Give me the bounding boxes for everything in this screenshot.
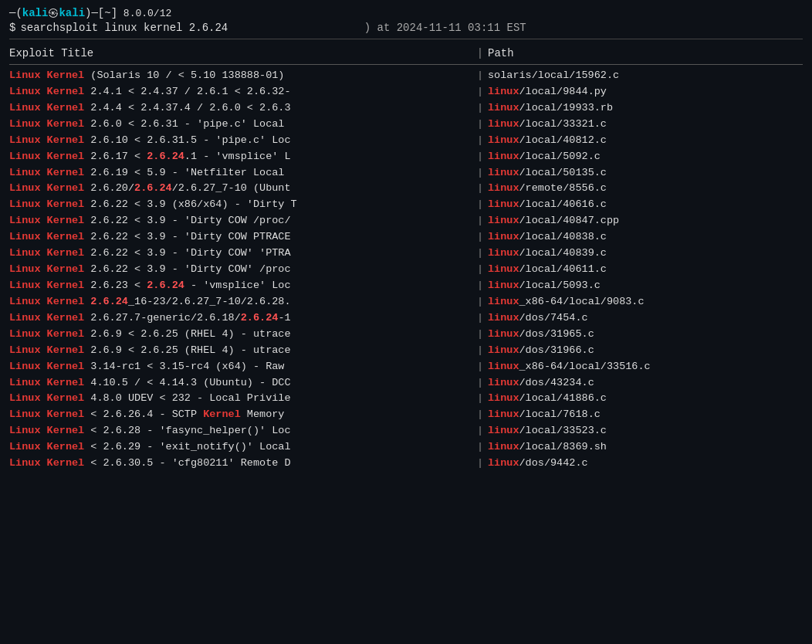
bracket-open: ─(: [9, 7, 22, 19]
row-sep: |: [472, 327, 488, 343]
prompt-host: kali: [59, 7, 85, 19]
exploit-title: Linux Kernel 2.6.22 < 3.9 - 'Dirty COW' …: [9, 246, 472, 262]
row-sep: |: [472, 439, 488, 456]
exploit-title: Linux Kernel 2.6.22 < 3.9 - 'Dirty COW P…: [9, 229, 472, 246]
exploit-title: Linux Kernel 2.6.20/2.6.24/2.6.27_7-10 (…: [9, 181, 472, 197]
exploit-title: Linux Kernel (Solaris 10 / < 5.10 138888…: [9, 68, 472, 84]
exploit-path: linux/dos/31966.c: [488, 343, 803, 359]
exploit-title: Linux Kernel 2.6.22 < 3.9 - 'Dirty COW /…: [9, 213, 472, 229]
table-row: Linux Kernel < 2.6.26.4 - SCTP Kernel Me…: [9, 407, 803, 423]
header-exploit-title: Exploit Title: [9, 47, 472, 59]
bracket-close: )─[~]: [85, 7, 117, 19]
row-sep: |: [472, 310, 488, 327]
table-row: Linux Kernel 2.6.9 < 2.6.25 (RHEL 4) - u…: [9, 327, 803, 343]
exploit-path: linux/local/50135.c: [488, 165, 803, 181]
table-row: Linux Kernel 2.4.4 < 2.4.37.4 / 2.6.0 < …: [9, 100, 803, 117]
exploit-path: linux/local/40839.c: [488, 246, 803, 262]
exploit-path: linux/local/41886.c: [488, 391, 803, 407]
row-sep: |: [472, 278, 488, 294]
row-sep: |: [472, 165, 488, 181]
exploit-path: linux/dos/9442.c: [488, 456, 803, 472]
row-sep: |: [472, 262, 488, 278]
row-sep: |: [472, 294, 488, 310]
exploit-path: linux/dos/7454.c: [488, 310, 803, 327]
row-sep: |: [472, 229, 488, 246]
table-row: Linux Kernel 2.6.0 < 2.6.31 - 'pipe.c' L…: [9, 117, 803, 133]
table-row: Linux Kernel (Solaris 10 / < 5.10 138888…: [9, 68, 803, 84]
row-sep: |: [472, 456, 488, 472]
table-row: Linux Kernel 4.10.5 / < 4.14.3 (Ubuntu) …: [9, 375, 803, 391]
table-row: Linux Kernel 2.6.22 < 3.9 - 'Dirty COW /…: [9, 213, 803, 229]
table-row: Linux Kernel < 2.6.28 - 'fasync_helper()…: [9, 423, 803, 439]
table-row: Linux Kernel 2.6.22 < 3.9 - 'Dirty COW' …: [9, 246, 803, 262]
table-row: Linux Kernel 2.6.22 < 3.9 - 'Dirty COW P…: [9, 229, 803, 246]
table-row: Linux Kernel 3.14-rc1 < 3.15-rc4 (x64) -…: [9, 359, 803, 375]
exploit-path: linux/local/33523.c: [488, 423, 803, 439]
terminal: ─(kali㉿kali)─[~] 8.0.0/12 $ searchsploit…: [0, 0, 812, 644]
exploit-path: linux/local/5092.c: [488, 149, 803, 165]
exploit-title: Linux Kernel 2.6.24_16-23/2.6.27_7-10/2.…: [9, 294, 472, 310]
dollar-sign: $: [9, 22, 15, 34]
exploit-path: linux/local/40616.c: [488, 197, 803, 213]
exploit-title: Linux Kernel 2.6.17 < 2.6.24.1 - 'vmspli…: [9, 149, 472, 165]
row-sep: |: [472, 84, 488, 100]
exploit-path: linux/remote/8556.c: [488, 181, 803, 197]
table-row: Linux Kernel 2.6.19 < 5.9 - 'Netfilter L…: [9, 165, 803, 181]
row-sep: |: [472, 375, 488, 391]
row-sep: |: [472, 68, 488, 84]
exploit-path: linux/local/19933.rb: [488, 100, 803, 117]
header-divider: [9, 64, 803, 65]
table-row: Linux Kernel 2.6.17 < 2.6.24.1 - 'vmspli…: [9, 149, 803, 165]
row-sep: |: [472, 359, 488, 375]
exploit-path: linux_x86-64/local/9083.c: [488, 294, 803, 310]
prompt-ip: 8.0.0/12: [117, 8, 171, 19]
row-sep: |: [472, 343, 488, 359]
exploit-title: Linux Kernel 3.14-rc1 < 3.15-rc4 (x64) -…: [9, 359, 472, 375]
exploit-path: linux/local/8369.sh: [488, 439, 803, 456]
row-sep: |: [472, 133, 488, 149]
exploit-title: Linux Kernel 2.4.1 < 2.4.37 / 2.6.1 < 2.…: [9, 84, 472, 100]
exploit-path: linux/local/40838.c: [488, 229, 803, 246]
table-row: Linux Kernel 2.6.9 < 2.6.25 (RHEL 4) - u…: [9, 343, 803, 359]
row-sep: |: [472, 100, 488, 117]
table-row: Linux Kernel 2.6.10 < 2.6.31.5 - 'pipe.c…: [9, 133, 803, 149]
table-row: Linux Kernel 2.6.23 < 2.6.24 - 'vmsplice…: [9, 278, 803, 294]
exploit-path: solaris/local/15962.c: [488, 68, 803, 84]
prompt-at: ㉿: [48, 6, 59, 20]
exploit-title: Linux Kernel < 2.6.30.5 - 'cfg80211' Rem…: [9, 456, 472, 472]
row-sep: |: [472, 407, 488, 423]
exploit-title: Linux Kernel 2.6.27.7-generic/2.6.18/2.6…: [9, 310, 472, 327]
table-header: Exploit Title | Path: [9, 44, 803, 63]
prompt-line: ─(kali㉿kali)─[~] 8.0.0/12: [9, 6, 803, 20]
row-sep: |: [472, 117, 488, 133]
table-row: Linux Kernel 2.4.1 < 2.4.37 / 2.6.1 < 2.…: [9, 84, 803, 100]
table-row: Linux Kernel 2.6.22 < 3.9 - 'Dirty COW' …: [9, 262, 803, 278]
exploit-title: Linux Kernel 4.10.5 / < 4.14.3 (Ubuntu) …: [9, 375, 472, 391]
row-sep: |: [472, 391, 488, 407]
exploit-title: Linux Kernel 2.6.22 < 3.9 (x86/x64) - 'D…: [9, 197, 472, 213]
table-row: Linux Kernel 4.8.0 UDEV < 232 - Local Pr…: [9, 391, 803, 407]
exploit-title: Linux Kernel < 2.6.26.4 - SCTP Kernel Me…: [9, 407, 472, 423]
table-row: Linux Kernel < 2.6.30.5 - 'cfg80211' Rem…: [9, 456, 803, 472]
exploit-title: Linux Kernel 2.4.4 < 2.4.37.4 / 2.6.0 < …: [9, 100, 472, 117]
command-line: $ searchsploit linux kernel 2.6.24 ) at …: [9, 22, 803, 34]
table-row: Linux Kernel < 2.6.29 - 'exit_notify()' …: [9, 439, 803, 456]
command-text: searchsploit linux kernel 2.6.24: [20, 22, 228, 34]
exploit-title: Linux Kernel 2.6.10 < 2.6.31.5 - 'pipe.c…: [9, 133, 472, 149]
exploit-path: linux/local/40812.c: [488, 133, 803, 149]
exploit-path: linux/local/33321.c: [488, 117, 803, 133]
table-row: Linux Kernel 2.6.24_16-23/2.6.27_7-10/2.…: [9, 294, 803, 310]
exploit-path: linux/dos/43234.c: [488, 375, 803, 391]
exploit-title: Linux Kernel 2.6.23 < 2.6.24 - 'vmsplice…: [9, 278, 472, 294]
exploit-title: Linux Kernel < 2.6.28 - 'fasync_helper()…: [9, 423, 472, 439]
table-row: Linux Kernel 2.6.27.7-generic/2.6.18/2.6…: [9, 310, 803, 327]
exploit-title: Linux Kernel 4.8.0 UDEV < 232 - Local Pr…: [9, 391, 472, 407]
exploit-path: linux/local/9844.py: [488, 84, 803, 100]
exploit-title: Linux Kernel < 2.6.29 - 'exit_notify()' …: [9, 439, 472, 456]
exploit-path: linux_x86-64/local/33516.c: [488, 359, 803, 375]
prompt-user: kali: [22, 7, 49, 19]
row-sep: |: [472, 197, 488, 213]
exploit-path: linux/dos/31965.c: [488, 327, 803, 343]
exploit-path: linux/local/5093.c: [488, 278, 803, 294]
exploit-title: Linux Kernel 2.6.19 < 5.9 - 'Netfilter L…: [9, 165, 472, 181]
